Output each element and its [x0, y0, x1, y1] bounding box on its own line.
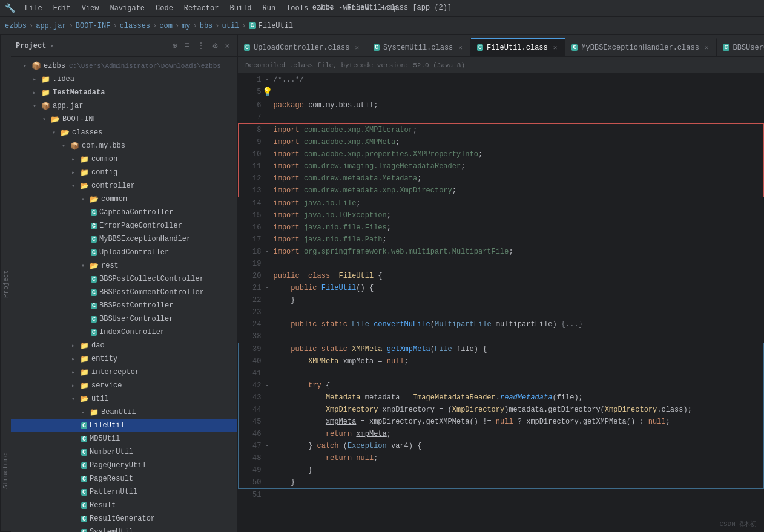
tab-close-system[interactable]: ✕ [456, 43, 464, 52]
breadcrumb-ezbbs[interactable]: ezbbs [5, 22, 27, 30]
project-tree: ▾ 📦 ezbbs C:\Users\Administrator\Downloa… [11, 57, 237, 532]
sidebar-gear-btn[interactable]: ⚙ [210, 39, 220, 52]
app-title: ezbbs - FileUtil.class [app (2)] [312, 4, 452, 12]
tree-item-entity[interactable]: ▸ 📁 entity [11, 352, 237, 366]
tree-item-bbspost-collect[interactable]: C BBSPostCollectController [11, 272, 237, 286]
tab-close-mybbs-ex[interactable]: ✕ [703, 43, 711, 52]
fold-btn-21[interactable]: - [265, 284, 269, 291]
breadcrumb-bbs[interactable]: bbs [200, 22, 213, 30]
breadcrumb-util[interactable]: util [222, 22, 240, 30]
tree-item-pagequery[interactable]: C PageQueryUtil [11, 459, 237, 472]
fold-btn-39[interactable]: - [265, 346, 269, 352]
tree-item-common[interactable]: ▸ 📁 common [11, 153, 237, 166]
tab-icon-mybbs-ex: C [571, 44, 578, 51]
tree-item-beanutil[interactable]: ▸ 📁 BeanUtil [11, 406, 237, 419]
tree-item-systemutil[interactable]: C SystemUtil [11, 525, 237, 532]
class-icon-pageresult: C [81, 476, 87, 482]
tree-item-classes[interactable]: ▾ 📂 classes [11, 126, 237, 139]
fold-btn-42[interactable]: - [265, 382, 269, 389]
tree-item-idea[interactable]: ▸ 📁 .idea [11, 73, 237, 86]
tree-item-controller[interactable]: ▾ 📂 controller [11, 179, 237, 192]
tab-bbsuser[interactable]: C BBSUserController.class ✕ [717, 38, 764, 56]
class-icon-numberutil: C [81, 449, 87, 456]
tree-arrow-commybbs: ▾ [62, 142, 69, 149]
sidebar-options-btn[interactable]: ⋮ [194, 39, 208, 52]
tree-item-bootinf[interactable]: ▾ 📂 BOOT-INF [11, 113, 237, 126]
breadcrumb-classes[interactable]: classes [120, 22, 150, 30]
tree-item-md5util[interactable]: C MD5Util [11, 432, 237, 445]
tab-close-upload[interactable]: ✕ [353, 43, 361, 52]
sidebar-dropdown-icon[interactable]: ▾ [50, 42, 54, 50]
tree-item-patternutil[interactable]: C PatternUtil [11, 485, 237, 499]
tree-item-service[interactable]: ▸ 📁 service [11, 379, 237, 392]
class-icon-patternutil: C [81, 489, 87, 496]
menu-tools[interactable]: Tools [282, 2, 313, 15]
menu-build[interactable]: Build [225, 2, 256, 15]
tree-label-result: Result [90, 501, 116, 510]
sidebar-close-btn[interactable]: ✕ [223, 39, 232, 52]
tree-item-ctrl-common[interactable]: ▾ 📂 common [11, 192, 237, 206]
tree-item-testmetadata[interactable]: ▸ 📁 TestMetadata [11, 86, 237, 99]
code-line-12: 12 import com.drew.metadata.Metadata; [239, 172, 764, 185]
tree-item-result[interactable]: C Result [11, 499, 237, 512]
tree-item-bbspost[interactable]: C BBSPostController [11, 299, 237, 312]
code-editor[interactable]: 1 - /*...*/ 5 💡 [238, 74, 764, 532]
menu-refactor[interactable]: Refactor [179, 2, 224, 15]
sidebar-locate-btn[interactable]: ⊕ [170, 39, 179, 52]
structure-panel-tab[interactable]: Structure [0, 411, 11, 532]
menu-code[interactable]: Code [151, 2, 178, 15]
tree-item-numberutil[interactable]: C NumberUtil [11, 445, 237, 459]
tree-item-upload[interactable]: C UploadController [11, 246, 237, 259]
tree-item-config[interactable]: ▸ 📁 config [11, 166, 237, 179]
tab-label-bbsuser: BBSUserController.class [733, 44, 765, 52]
fold-btn-47[interactable]: - [265, 442, 269, 449]
breadcrumb-com[interactable]: com [159, 22, 173, 30]
tree-item-util[interactable]: ▾ 📂 util [11, 392, 237, 406]
tree-item-resultgen[interactable]: C ResultGenerator [11, 512, 237, 525]
breadcrumb-appjar[interactable]: app.jar [36, 22, 66, 30]
tree-item-dao[interactable]: ▸ 📁 dao [11, 339, 237, 352]
tree-label-captcha: CaptchaController [99, 208, 173, 217]
tree-item-bbspost-comment[interactable]: C BBSPostCommentController [11, 286, 237, 299]
code-line-13: 13 import com.drew.metadata.xmp.XmpDirec… [239, 185, 764, 197]
tree-item-index-ctrl[interactable]: C IndexController [11, 326, 237, 339]
fold-btn-8[interactable]: - [265, 126, 269, 133]
tree-item-appjar[interactable]: ▾ 📦 app.jar [11, 99, 237, 113]
tree-arrow-appjar: ▾ [33, 102, 40, 110]
fold-btn-24[interactable]: - [265, 321, 269, 327]
menu-view[interactable]: View [77, 2, 104, 15]
package-icon-rest: 📂 [90, 261, 99, 271]
menu-run[interactable]: Run [257, 2, 280, 15]
tree-item-interceptor[interactable]: ▸ 📁 interceptor [11, 366, 237, 379]
tree-item-ezbbs[interactable]: ▾ 📦 ezbbs C:\Users\Administrator\Downloa… [11, 59, 237, 73]
tab-close-fileutil[interactable]: ✕ [552, 43, 559, 52]
code-line-5: 5 💡 [239, 86, 764, 99]
tree-item-mybbs-ex[interactable]: C MyBBSExceptionHandler [11, 232, 237, 246]
fold-btn-1[interactable]: - [265, 76, 269, 83]
code-line-15: 15 import java.io.IOException; [239, 209, 764, 222]
tree-arrow-bootinf: ▾ [42, 116, 50, 123]
class-icon-errorpage: C [91, 223, 97, 229]
menu-file[interactable]: File [20, 2, 47, 15]
menu-edit[interactable]: Edit [48, 2, 76, 15]
tab-fileutil[interactable]: C FileUtil.class ✕ [471, 38, 565, 56]
folder-icon-bootinf: 📂 [51, 115, 60, 124]
menu-navigate[interactable]: Navigate [105, 2, 150, 15]
tree-item-errorpage[interactable]: C ErrorPageController [11, 219, 237, 232]
breadcrumb-my[interactable]: my [182, 22, 190, 30]
tree-item-rest[interactable]: ▾ 📂 rest [11, 259, 237, 272]
tab-systemutil[interactable]: C SystemUtil.class ✕ [367, 38, 471, 56]
tree-item-bbsuser-ctrl[interactable]: C BBSUserController [11, 312, 237, 326]
tab-uploadcontroller[interactable]: C UploadController.class ✕ [238, 38, 367, 56]
tree-item-fileutil[interactable]: C FileUtil [11, 419, 237, 432]
tree-label-bootinf: BOOT-INF [62, 115, 97, 123]
breadcrumb-bootinf[interactable]: BOOT-INF [76, 22, 111, 30]
tab-mybbs-ex[interactable]: C MyBBSExceptionHandler.class ✕ [565, 38, 717, 56]
package-icon-util: 📂 [80, 395, 89, 404]
sidebar-collapse-btn[interactable]: ≡ [182, 39, 192, 52]
tab-label-fileutil: FileUtil.class [487, 44, 548, 52]
tree-item-captcha[interactable]: C CaptchaController [11, 206, 237, 219]
fold-btn-18[interactable]: - [265, 248, 269, 255]
tree-item-pageresult[interactable]: C PageResult [11, 472, 237, 485]
tree-item-commybbs[interactable]: ▾ 📦 com.my.bbs [11, 139, 237, 153]
